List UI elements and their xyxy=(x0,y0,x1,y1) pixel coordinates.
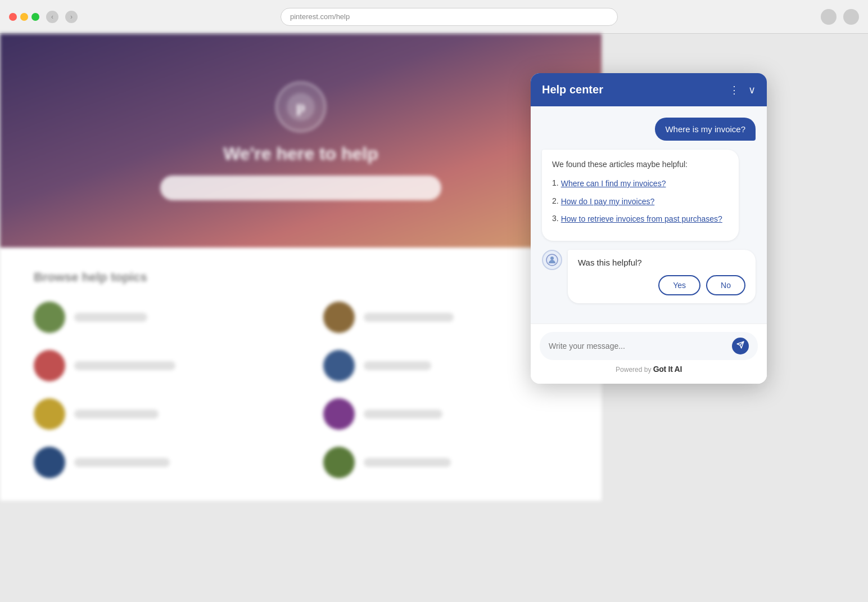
collapse-icon[interactable]: ∨ xyxy=(748,84,756,96)
list-item xyxy=(34,398,278,430)
hero-title: We're here to help xyxy=(223,143,378,164)
article-link-2[interactable]: How do I pay my invoices? xyxy=(561,196,655,208)
topic-label xyxy=(364,313,454,322)
forward-button[interactable]: › xyxy=(65,11,78,23)
no-button[interactable]: No xyxy=(706,275,745,295)
bot-avatar xyxy=(542,250,562,270)
yes-button[interactable]: Yes xyxy=(658,275,700,295)
message-input[interactable] xyxy=(549,342,726,351)
svg-text:p: p xyxy=(296,97,305,115)
list-item xyxy=(323,447,568,478)
powered-by-brand: Got It AI xyxy=(653,365,682,374)
topic-label xyxy=(364,410,442,419)
list-item xyxy=(34,447,278,478)
help-center-widget: Help center ⋮ ∨ Where is my invoice? We … xyxy=(531,73,767,384)
topic-icon xyxy=(34,302,65,333)
article-item-3: 3. How to retrieve invoices from past pu… xyxy=(552,214,729,225)
header-actions: ⋮ ∨ xyxy=(729,84,756,96)
topic-icon xyxy=(323,398,355,430)
article-link-1[interactable]: Where can I find my invoices? xyxy=(561,178,666,190)
close-dot[interactable] xyxy=(9,13,17,21)
message-input-row xyxy=(540,332,758,360)
site-logo: p xyxy=(275,82,326,132)
topic-icon xyxy=(323,447,355,478)
hero-search-bar[interactable] xyxy=(160,176,441,200)
send-icon xyxy=(736,341,744,351)
help-input-area: Powered by Got It AI xyxy=(531,324,767,384)
article-number-1: 1. xyxy=(552,178,559,190)
topic-label xyxy=(74,313,147,322)
list-item xyxy=(34,350,278,381)
article-number-3: 3. xyxy=(552,214,559,225)
topic-label xyxy=(74,361,175,370)
helpful-bubble: Was this helpful? Yes No xyxy=(568,250,756,303)
list-item xyxy=(323,398,568,430)
help-header: Help center ⋮ ∨ xyxy=(531,73,767,106)
article-link-3[interactable]: How to retrieve invoices from past purch… xyxy=(561,214,722,225)
maximize-dot[interactable] xyxy=(31,13,39,21)
helpful-row: Was this helpful? Yes No xyxy=(542,250,756,303)
list-item xyxy=(34,302,278,333)
helpful-buttons: Yes No xyxy=(578,275,745,295)
article-number-2: 2. xyxy=(552,196,559,208)
topic-label xyxy=(364,361,431,370)
topic-label xyxy=(74,458,170,467)
send-button[interactable] xyxy=(732,338,749,354)
topic-icon xyxy=(34,350,65,381)
topic-icon xyxy=(34,398,65,430)
article-item-2: 2. How do I pay my invoices? xyxy=(552,196,729,208)
help-body: Where is my invoice? We found these arti… xyxy=(531,106,767,324)
back-button[interactable]: ‹ xyxy=(46,11,58,23)
svg-point-3 xyxy=(550,257,554,260)
profile-button[interactable] xyxy=(821,9,837,25)
browser-chrome: ‹ › pinterest.com/help xyxy=(0,0,868,34)
help-center-title: Help center xyxy=(542,83,603,96)
powered-by-prefix: Powered by xyxy=(616,366,651,374)
topic-icon xyxy=(323,302,355,333)
bot-intro-text: We found these articles maybe helpful: xyxy=(552,159,729,170)
hero-section: p We're here to help xyxy=(0,34,602,248)
settings-button[interactable] xyxy=(843,9,859,25)
browse-section: Browse help topics xyxy=(0,248,602,501)
minimize-dot[interactable] xyxy=(20,13,28,21)
topic-label xyxy=(364,458,451,467)
topic-icon xyxy=(323,350,355,381)
topic-label xyxy=(74,410,159,419)
address-bar[interactable]: pinterest.com/help xyxy=(281,8,618,26)
user-message-bubble: Where is my invoice? xyxy=(655,118,756,141)
address-text: pinterest.com/help xyxy=(290,12,350,21)
helpful-question-text: Was this helpful? xyxy=(578,258,745,267)
bot-articles-bubble: We found these articles maybe helpful: 1… xyxy=(542,150,739,241)
browser-traffic-lights xyxy=(9,13,39,21)
browse-title: Browse help topics xyxy=(34,270,568,285)
topic-icon xyxy=(34,447,65,478)
background-page: p We're here to help Browse help topics xyxy=(0,34,602,602)
powered-by: Powered by Got It AI xyxy=(540,360,758,376)
article-item-1: 1. Where can I find my invoices? xyxy=(552,178,729,190)
browse-grid xyxy=(34,302,568,478)
more-options-icon[interactable]: ⋮ xyxy=(729,84,739,96)
